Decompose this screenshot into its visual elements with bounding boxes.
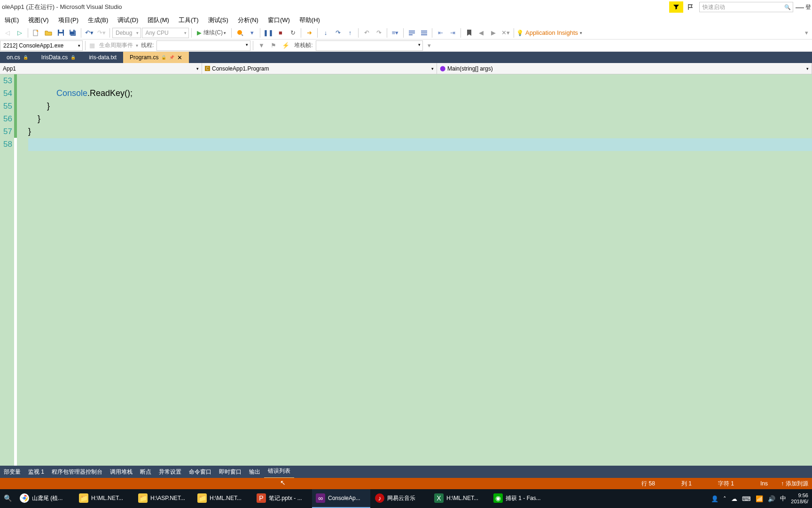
flag-threads-button[interactable]: ⚑	[268, 40, 279, 51]
stackframe-dropdown[interactable]	[316, 40, 423, 51]
menu-project[interactable]: 项目(P)	[54, 14, 83, 26]
tab-file-1[interactable]: IrisData.cs 🔒	[35, 52, 83, 63]
tab-error-list[interactable]: 错误列表	[264, 465, 294, 479]
taskbar-app-5[interactable]: ∞ ConsoleAp...	[312, 489, 370, 508]
tab-watch1[interactable]: 监视 1	[24, 466, 48, 478]
undo-button[interactable]: ↶▾	[84, 27, 95, 39]
tab-file-3[interactable]: Program.cs 🔒 📌 ✕	[123, 52, 189, 63]
process-dropdown[interactable]: 2212] ConsoleApp1.exe	[0, 40, 83, 51]
open-file-button[interactable]	[43, 27, 54, 39]
tab-callstack[interactable]: 调用堆栈	[106, 466, 136, 478]
bookmark-prev-button[interactable]: ◀	[476, 27, 487, 39]
tab-exceptions[interactable]: 异常设置	[155, 466, 185, 478]
save-button[interactable]	[55, 27, 66, 39]
taskbar-app-0[interactable]: 山鸢尾 (植...	[16, 489, 74, 508]
tab-pkg-console[interactable]: 程序包管理器控制台	[48, 466, 106, 478]
quick-launch-search[interactable]: 快速启动	[699, 2, 793, 12]
pause-button[interactable]: ❚❚	[263, 27, 274, 39]
nav-forward-button[interactable]: ▷	[14, 27, 25, 39]
class-dropdown[interactable]: 🅲 ConsoleApp1.Program	[202, 63, 437, 74]
login-button[interactable]: 登	[804, 3, 812, 11]
step-into-button[interactable]: ↓	[320, 27, 331, 39]
taskbar-app-8[interactable]: ◉ 捕获 1 - Fas...	[490, 489, 548, 508]
people-icon[interactable]: 👤	[711, 495, 718, 502]
step-over-button[interactable]: ↷	[332, 27, 344, 39]
solution-config-dropdown[interactable]: Debug	[112, 28, 141, 38]
menu-tools[interactable]: 工具(T)	[174, 14, 203, 26]
lifecycle-events-button[interactable]: ▦	[88, 40, 96, 51]
tab-output[interactable]: 输出	[245, 466, 264, 478]
wifi-icon[interactable]: 📶	[756, 495, 763, 502]
ime-indicator[interactable]: 中	[780, 494, 786, 503]
taskbar-app-7[interactable]: X H:\ML.NET...	[430, 489, 489, 508]
tray-expand-icon[interactable]: ˄	[723, 495, 726, 502]
menu-test[interactable]: 测试(S)	[203, 14, 233, 26]
toolbar-overflow[interactable]: ▾	[801, 27, 812, 39]
start-continue-button[interactable]: ▶ 继续(C)	[194, 27, 229, 39]
keyboard-icon[interactable]: ⌨	[742, 495, 751, 502]
new-file-button[interactable]	[31, 27, 42, 39]
tab-file-0[interactable]: on.cs 🔒	[0, 52, 35, 63]
decrease-indent-button[interactable]: ⇤	[435, 27, 446, 39]
threads-graph-button[interactable]: ⚡	[280, 40, 291, 51]
menu-analyze[interactable]: 分析(N)	[233, 14, 263, 26]
menu-help[interactable]: 帮助(H)	[295, 14, 325, 26]
restart-button[interactable]: ↻	[287, 27, 298, 39]
tab-breakpoints[interactable]: 断点	[136, 466, 155, 478]
menu-team[interactable]: 团队(M)	[143, 14, 174, 26]
clock[interactable]: 9:56 2018/6/	[791, 492, 808, 505]
step-forward-hist-button[interactable]: ↷	[373, 27, 384, 39]
feedback-button[interactable]	[683, 1, 697, 13]
bookmark-toggle-button[interactable]	[463, 27, 475, 39]
uncomment-button[interactable]	[418, 27, 429, 39]
add-to-source-control[interactable]: ↑ 添加到源	[781, 480, 808, 488]
menu-window[interactable]: 窗口(W)	[263, 14, 295, 26]
browser-link-button[interactable]	[234, 27, 245, 39]
menu-build[interactable]: 生成(B)	[83, 14, 113, 26]
app-insights-button[interactable]: Application Insights	[516, 29, 582, 36]
taskbar-app-4[interactable]: P 笔记.pptx - ...	[253, 489, 311, 508]
code-editor[interactable]: 53 54 55 56 57 58 Console.ReadKey(); } }…	[0, 74, 812, 466]
pin-icon[interactable]: 📌	[169, 55, 174, 60]
debug-target-button[interactable]: ▾	[246, 27, 258, 39]
play-icon: ▶	[197, 29, 202, 36]
intellitrace-button[interactable]: ≡▾	[390, 27, 401, 39]
taskbar-app-3[interactable]: 📁 H:\ML.NET...	[194, 489, 252, 508]
taskbar-chrome[interactable]: 🔍	[0, 489, 15, 508]
close-tab-button[interactable]: ✕	[177, 54, 182, 61]
cloud-icon[interactable]: ☁	[731, 495, 737, 502]
save-all-button[interactable]	[67, 27, 78, 39]
fold-column[interactable]	[17, 74, 28, 466]
solution-platform-dropdown[interactable]: Any CPU	[142, 28, 189, 38]
show-next-statement-button[interactable]: ➜	[304, 27, 315, 39]
tab-file-2[interactable]: iris-data.txt	[82, 52, 123, 63]
code-content[interactable]: Console.ReadKey(); } }}	[28, 74, 812, 466]
tab-locals[interactable]: 部变量	[0, 466, 24, 478]
bookmark-next-button[interactable]: ▶	[488, 27, 499, 39]
nav-back-button[interactable]: ◁	[2, 27, 13, 39]
taskbar-app-1[interactable]: 📁 H:\ML.NET...	[75, 489, 133, 508]
taskbar-app-2[interactable]: 📁 H:\ASP.NET...	[134, 489, 193, 508]
step-out-button[interactable]: ↑	[344, 27, 356, 39]
stop-button[interactable]: ■	[275, 27, 286, 39]
scope-dropdown[interactable]: App1	[0, 63, 202, 74]
member-dropdown[interactable]: ⬤ Main(string[] args)	[437, 63, 812, 74]
menu-view[interactable]: 视图(V)	[23, 14, 53, 26]
thread-dropdown[interactable]	[156, 40, 250, 51]
tab-command-window[interactable]: 命令窗口	[185, 466, 215, 478]
filter-threads-button[interactable]: ▼	[256, 40, 267, 51]
comment-button[interactable]	[406, 27, 417, 39]
taskbar-app-6[interactable]: ♪ 网易云音乐	[371, 489, 429, 508]
minimize-button[interactable]: —	[795, 1, 804, 13]
notification-filter-button[interactable]	[669, 1, 683, 13]
volume-icon[interactable]: 🔊	[768, 495, 775, 502]
separator	[403, 28, 404, 38]
increase-indent-button[interactable]: ⇥	[447, 27, 458, 39]
step-backward-button[interactable]: ↶	[361, 27, 372, 39]
toolbar2-overflow[interactable]: ▾	[424, 40, 435, 51]
menu-debug[interactable]: 调试(D)	[113, 14, 143, 26]
menu-edit[interactable]: 辑(E)	[0, 14, 23, 26]
bookmark-clear-button[interactable]: ✕▾	[500, 27, 511, 39]
tab-immediate[interactable]: 即时窗口	[215, 466, 245, 478]
redo-button[interactable]: ↷▾	[96, 27, 107, 39]
